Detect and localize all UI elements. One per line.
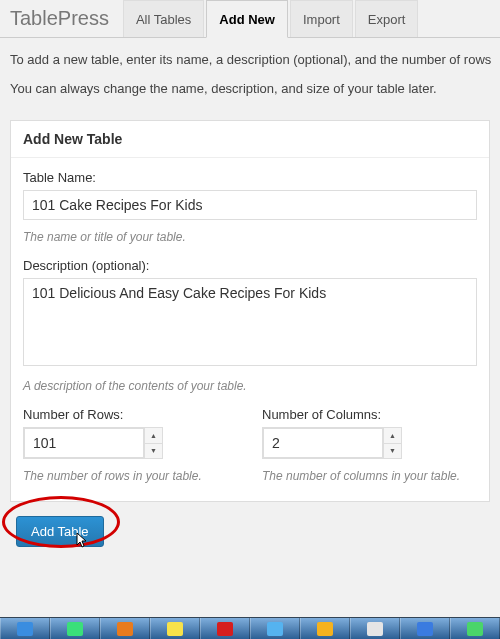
chevron-up-icon[interactable]: ▲ <box>145 428 162 444</box>
taskbar-item[interactable] <box>450 618 500 639</box>
intro-text: To add a new table, enter its name, a de… <box>0 38 500 114</box>
spinner-rows[interactable]: ▲ ▼ <box>144 428 162 458</box>
hint-cols: The number of columns in your table. <box>262 469 477 483</box>
taskbar-item[interactable] <box>300 618 350 639</box>
add-new-table-box: Add New Table Table Name: The name or ti… <box>10 120 490 502</box>
hint-table-name: The name or title of your table. <box>23 230 477 244</box>
tab-bar: TablePress All Tables Add New Import Exp… <box>0 0 500 38</box>
field-description: Description (optional): <box>23 258 477 369</box>
input-table-name[interactable] <box>23 190 477 220</box>
field-rows: Number of Rows: ▲ ▼ <box>23 407 238 459</box>
taskbar-item[interactable] <box>100 618 150 639</box>
spinner-cols[interactable]: ▲ ▼ <box>383 428 401 458</box>
hint-rows: The number of rows in your table. <box>23 469 238 483</box>
taskbar-item[interactable] <box>350 618 400 639</box>
chevron-up-icon[interactable]: ▲ <box>384 428 401 444</box>
postbox-title: Add New Table <box>11 121 489 158</box>
tab-import[interactable]: Import <box>290 0 353 37</box>
taskbar-item[interactable] <box>200 618 250 639</box>
taskbar-item[interactable] <box>400 618 450 639</box>
tab-export[interactable]: Export <box>355 0 419 37</box>
intro-line-2: You can always change the name, descript… <box>10 81 490 96</box>
label-cols: Number of Columns: <box>262 407 477 422</box>
tab-add-new[interactable]: Add New <box>206 0 288 38</box>
taskbar-item[interactable] <box>0 618 50 639</box>
chevron-down-icon[interactable]: ▼ <box>145 444 162 459</box>
label-rows: Number of Rows: <box>23 407 238 422</box>
taskbar-item[interactable] <box>150 618 200 639</box>
chevron-down-icon[interactable]: ▼ <box>384 444 401 459</box>
label-table-name: Table Name: <box>23 170 477 185</box>
submit-area: Add Table <box>0 502 500 547</box>
field-cols: Number of Columns: ▲ ▼ <box>262 407 477 459</box>
label-description: Description (optional): <box>23 258 477 273</box>
input-description[interactable] <box>23 278 477 366</box>
tab-all-tables[interactable]: All Tables <box>123 0 204 37</box>
add-table-button[interactable]: Add Table <box>16 516 104 547</box>
taskbar-item[interactable] <box>50 618 100 639</box>
field-table-name: Table Name: <box>23 170 477 220</box>
plugin-title: TablePress <box>0 0 123 37</box>
taskbar-item[interactable] <box>250 618 300 639</box>
intro-line-1: To add a new table, enter its name, a de… <box>10 52 490 67</box>
hint-description: A description of the contents of your ta… <box>23 379 477 393</box>
input-cols[interactable] <box>263 428 383 458</box>
taskbar <box>0 617 500 639</box>
input-rows[interactable] <box>24 428 144 458</box>
